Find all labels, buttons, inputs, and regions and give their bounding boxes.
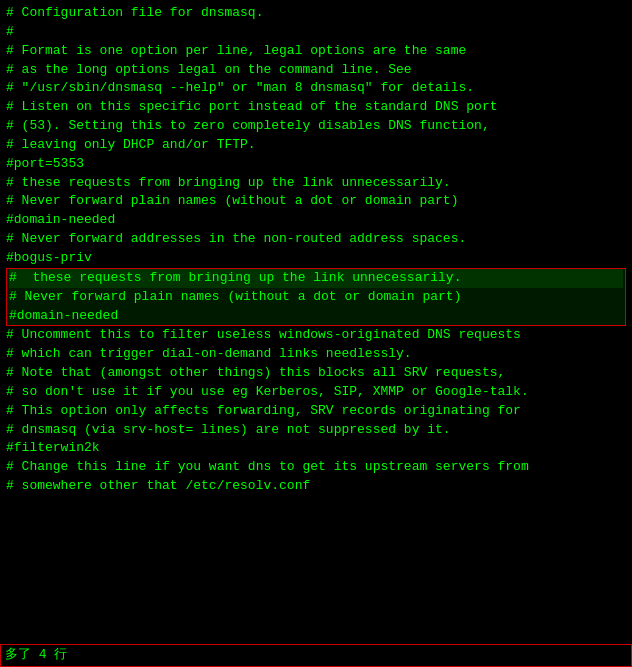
line-1: # Configuration file for dnsmasq. [6, 4, 626, 23]
line-after-11: # somewhere other that /etc/resolv.conf [6, 477, 626, 496]
highlighted-region: # these requests from bringing up the li… [6, 268, 626, 327]
line-5: # "/usr/sbin/dnsmasq --help" or "man 8 d… [6, 79, 626, 98]
line-8: # (53). Setting this to zero completely … [6, 117, 626, 136]
line-4: # as the long options legal on the comma… [6, 61, 626, 80]
highlighted-line-4: #domain-needed [9, 307, 623, 326]
line-14: # Never forward plain names (without a d… [6, 192, 626, 211]
line-9: # leaving only DHCP and/or TFTP. [6, 136, 626, 155]
line-16: # Never forward addresses in the non-rou… [6, 230, 626, 249]
line-after-6: # This option only affects forwarding, S… [6, 402, 626, 421]
line-2: # [6, 23, 626, 42]
highlighted-line-3: # Never forward plain names (without a d… [9, 288, 623, 307]
line-10: #port=5353 [6, 155, 626, 174]
line-after-3: # which can trigger dial-on-demand links… [6, 345, 626, 364]
status-bar: 多了 4 行 [0, 644, 632, 667]
line-after-8: #filterwin2k [6, 439, 626, 458]
line-after-2: # Uncomment this to filter useless windo… [6, 326, 626, 345]
line-17: #bogus-priv [6, 249, 626, 268]
status-text: 多了 4 行 [5, 647, 67, 662]
line-after-5: # so don't use it if you use eg Kerberos… [6, 383, 626, 402]
line-12: # these requests from bringing up the li… [6, 174, 626, 193]
line-15: #domain-needed [6, 211, 626, 230]
line-3: # Format is one option per line, legal o… [6, 42, 626, 61]
line-after-4: # Note that (amongst other things) this … [6, 364, 626, 383]
terminal: # Configuration file for dnsmasq. # # Fo… [0, 0, 632, 667]
line-7: # Listen on this specific port instead o… [6, 98, 626, 117]
line-after-7: # dnsmasq (via srv-host= lines) are not … [6, 421, 626, 440]
line-after-10: # Change this line if you want dns to ge… [6, 458, 626, 477]
highlighted-line-1: # these requests from bringing up the li… [9, 269, 623, 288]
